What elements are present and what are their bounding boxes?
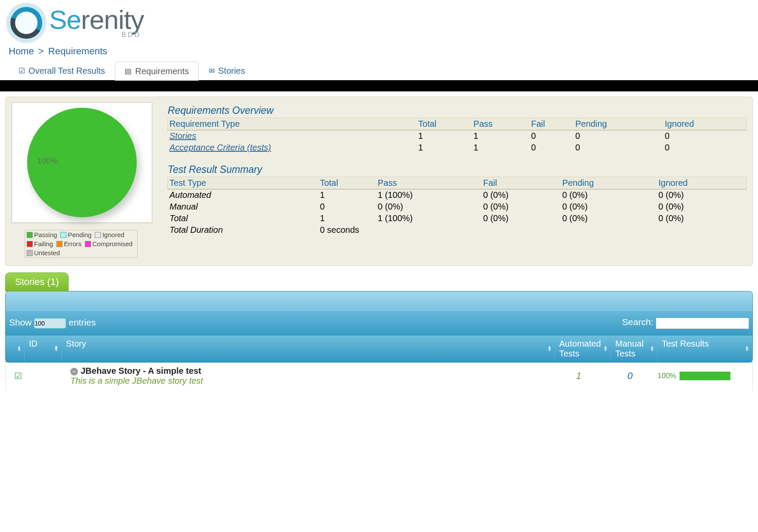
requirements-overview-table: Requirement Type Total Pass Fail Pending… (168, 118, 746, 153)
col-test-type[interactable]: Test Type (168, 177, 318, 189)
col-id[interactable]: ID▲▼ (25, 335, 62, 362)
tab-requirements-label: Requirements (135, 66, 189, 76)
result-pct-label: 100% (658, 372, 676, 380)
acceptance-criteria-link[interactable]: Acceptance Criteria (tests) (169, 143, 271, 152)
legend-errors[interactable]: Errors (55, 239, 83, 248)
logo-subtext: BDD (49, 32, 141, 38)
col-ignored[interactable]: Ignored (657, 177, 746, 189)
row-id (29, 375, 66, 377)
col-story[interactable]: Story▲▼ (62, 335, 555, 362)
col-manual-tests[interactable]: Manual Tests▲▼ (611, 335, 658, 362)
book-icon: ▤ (125, 67, 132, 76)
search-label: Search: (622, 317, 653, 327)
stories-link[interactable]: Stories (169, 131, 196, 141)
col-pending[interactable]: Pending (573, 118, 663, 130)
breadcrumb: Home > Requirements (9, 46, 752, 57)
table-row: Automated 1 1 (100%) 0 (0%) 0 (0%) 0 (0%… (168, 189, 746, 201)
legend-ignored[interactable]: Ignored (93, 230, 126, 239)
separator-bar (0, 80, 758, 91)
col-fail[interactable]: Fail (482, 177, 561, 189)
tab-overall-results[interactable]: ☑ Overall Test Results (9, 61, 115, 80)
search-input[interactable] (656, 318, 749, 329)
col-pending[interactable]: Pending (561, 177, 657, 189)
tab-stories-label: Stories (218, 66, 245, 76)
story-description: This is a simple JBehave story test (70, 376, 546, 386)
logo-icon (6, 3, 47, 43)
row-automated-count: 1 (551, 369, 607, 382)
stories-table-header: ▲▼ ID▲▼ Story▲▼ Automated Tests▲▼ Manual… (6, 335, 752, 362)
tab-stories[interactable]: ✉ Stories (199, 61, 255, 80)
legend-failing[interactable]: Failing (25, 239, 55, 248)
table-row: ☑ −JBehave Story - A simple test This is… (5, 363, 753, 391)
tab-overall-label: Overall Test Results (28, 66, 105, 76)
table-row: Manual 0 0 (0%) 0 (0%) 0 (0%) 0 (0%) (168, 201, 746, 213)
legend-pending[interactable]: Pending (59, 230, 93, 239)
brand-logo[interactable]: Serenity BDD (6, 3, 752, 43)
breadcrumb-sep: > (38, 46, 44, 56)
check-icon: ☑ (14, 371, 22, 381)
minus-circle-icon[interactable]: − (70, 368, 78, 376)
requirements-overview-title: Requirements Overview (168, 105, 746, 116)
logo-text-rest: renity (81, 5, 144, 34)
story-title-link[interactable]: JBehave Story - A simple test (81, 366, 201, 376)
row-manual-count: 0 (607, 369, 653, 382)
breadcrumb-home[interactable]: Home (9, 46, 34, 56)
tab-requirements[interactable]: ▤ Requirements (115, 62, 199, 81)
test-result-summary-title: Test Result Summary (168, 164, 746, 175)
col-ignored[interactable]: Ignored (663, 118, 746, 130)
legend-untested[interactable]: Untested (25, 248, 62, 257)
col-req-type[interactable]: Requirement Type (168, 118, 417, 130)
test-result-summary-table: Test Type Total Pass Fail Pending Ignore… (168, 177, 746, 236)
tab-bar: ☑ Overall Test Results ▤ Requirements ✉ … (6, 61, 752, 81)
col-total[interactable]: Total (417, 118, 472, 130)
legend-compromised[interactable]: Compromised (83, 239, 134, 248)
page-size-select[interactable] (34, 318, 66, 329)
col-pass[interactable]: Pass (472, 118, 529, 130)
col-fail[interactable]: Fail (529, 118, 574, 130)
stories-panel-tab[interactable]: Stories (1) (5, 272, 69, 291)
table-row: Total 1 1 (100%) 0 (0%) 0 (0%) 0 (0%) (168, 213, 746, 224)
comments-icon: ✉ (209, 66, 215, 75)
table-row: Stories 1 1 0 0 0 (168, 130, 746, 142)
show-label: Show (9, 317, 32, 327)
col-test-results[interactable]: Test Results▲▼ (658, 335, 752, 362)
check-square-icon: ☑ (19, 66, 25, 75)
breadcrumb-requirements[interactable]: Requirements (48, 46, 107, 56)
row-test-results: 100% (653, 370, 748, 381)
entries-label: entries (69, 317, 96, 327)
pie-chart: 100% (12, 102, 152, 223)
col-toggle[interactable]: ▲▼ (6, 335, 25, 362)
table-row: Total Duration 0 seconds (168, 224, 746, 236)
pie-legend: Passing Pending Ignored Failing Errors C… (25, 230, 138, 258)
pass-bar (680, 372, 730, 380)
logo-text-accent: Se (49, 5, 81, 34)
col-automated-tests[interactable]: Automated Tests▲▼ (555, 335, 611, 362)
pie-center-label: 100% (37, 156, 58, 166)
legend-passing[interactable]: Passing (25, 230, 59, 239)
entries-control: Show entries (9, 317, 96, 329)
col-pass[interactable]: Pass (376, 177, 481, 189)
col-total[interactable]: Total (318, 177, 376, 189)
table-row: Acceptance Criteria (tests) 1 1 0 0 0 (168, 142, 746, 153)
